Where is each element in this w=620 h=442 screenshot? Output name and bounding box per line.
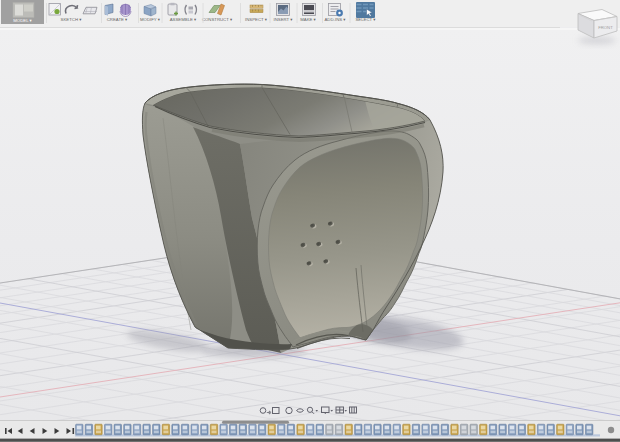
svg-text:SKETCH ▾: SKETCH ▾ [61, 17, 83, 22]
svg-text:MODIFY ▾: MODIFY ▾ [140, 17, 161, 22]
svg-text:ASSEMBLE ▾: ASSEMBLE ▾ [170, 17, 197, 22]
svg-text:CREATE ▾: CREATE ▾ [107, 17, 128, 22]
svg-text:INSERT ▾: INSERT ▾ [274, 17, 294, 22]
svg-text:MODEL ▾: MODEL ▾ [13, 18, 32, 23]
svg-text:CONSTRUCT ▾: CONSTRUCT ▾ [202, 17, 233, 22]
svg-text:FRONT: FRONT [598, 25, 613, 30]
svg-text:ADD-INS ▾: ADD-INS ▾ [324, 17, 346, 22]
svg-text:MAKE ▾: MAKE ▾ [300, 17, 316, 22]
svg-text:SELECT ▾: SELECT ▾ [356, 17, 377, 22]
svg-text:INSPECT ▾: INSPECT ▾ [245, 17, 268, 22]
